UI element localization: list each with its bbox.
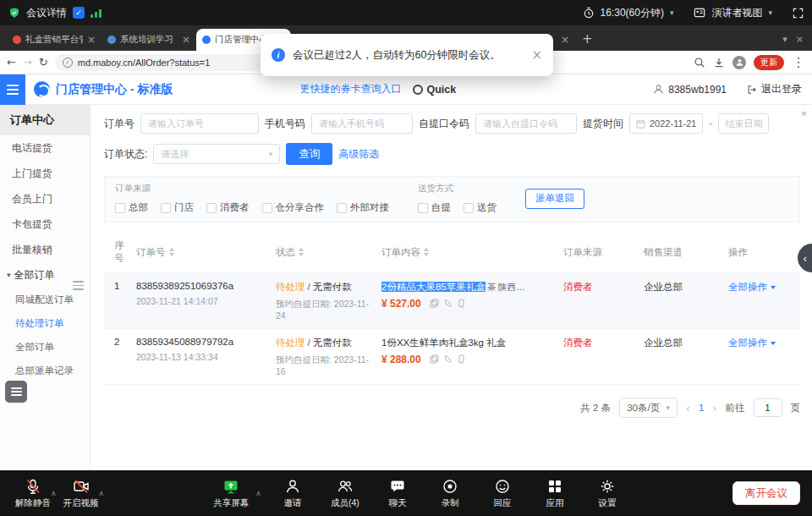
video-options-caret-icon[interactable]: ∧ bbox=[99, 489, 105, 497]
chat-button[interactable]: 聊天 bbox=[375, 478, 420, 509]
sidebar-item-member-visit[interactable]: 会员上门 bbox=[0, 186, 90, 211]
view-mode-caret-icon[interactable]: ▾ bbox=[768, 8, 772, 17]
start-video-button[interactable]: 开启视频 bbox=[58, 478, 104, 509]
phone-input[interactable] bbox=[311, 113, 413, 134]
logout-button[interactable]: 退出登录 bbox=[747, 82, 802, 96]
window-close-icon[interactable]: × bbox=[796, 34, 804, 45]
timer-caret-icon[interactable]: ▾ bbox=[670, 8, 674, 17]
back-icon[interactable]: ← bbox=[7, 56, 16, 69]
mobile-icon[interactable] bbox=[457, 299, 466, 308]
sidebar-sub-all-orders[interactable]: 全部订单 bbox=[0, 335, 90, 359]
quick-entry[interactable]: Quick bbox=[413, 84, 456, 96]
sidebar-item-card-pickup[interactable]: 卡包提货 bbox=[0, 211, 90, 237]
site-info-icon[interactable]: i bbox=[63, 58, 73, 68]
profile-avatar[interactable] bbox=[732, 56, 746, 69]
unmute-button[interactable]: 解除静音 bbox=[10, 478, 56, 509]
checkbox-icon[interactable] bbox=[161, 203, 171, 213]
tab-close-icon[interactable]: × bbox=[87, 34, 96, 46]
start-date-picker[interactable]: 2022-11-21 bbox=[629, 113, 703, 134]
col-content[interactable]: 订单内容 bbox=[381, 239, 563, 265]
members-button[interactable]: 成员(4) bbox=[322, 478, 368, 509]
checkbox-store[interactable]: 门店 bbox=[161, 201, 194, 214]
phone-icon[interactable] bbox=[443, 354, 453, 364]
checkbox-icon[interactable] bbox=[464, 203, 474, 213]
next-page-icon[interactable]: › bbox=[712, 402, 716, 414]
end-date-picker[interactable]: 结束日期 bbox=[718, 113, 769, 134]
all-actions-dropdown[interactable]: 全部操作 bbox=[728, 281, 800, 294]
meeting-details-label[interactable]: 会议详情 bbox=[26, 6, 67, 20]
sort-icon[interactable] bbox=[169, 248, 174, 256]
checkbox-consumer[interactable]: 消费者 bbox=[206, 201, 250, 214]
view-mode-label[interactable]: 演讲者视图 bbox=[711, 6, 762, 20]
sidebar-item-batch-verify[interactable]: 批量核销 bbox=[0, 237, 90, 262]
table-row[interactable]: 1 83859389251069376a 2023-11-21 14:14:07… bbox=[104, 273, 800, 329]
sidebar-item-door-pickup[interactable]: 上门提货 bbox=[0, 161, 90, 186]
goto-page-input[interactable] bbox=[754, 398, 782, 417]
sidebar-sub-dispatch-records[interactable]: 总部派单记录 bbox=[0, 359, 90, 382]
dispatch-return-button[interactable]: 派单退回 bbox=[525, 189, 584, 209]
reactions-button[interactable]: 回应 bbox=[480, 478, 525, 509]
checkbox-icon[interactable] bbox=[418, 203, 428, 213]
tab-close-icon[interactable]: × bbox=[561, 34, 569, 46]
copy-icon[interactable] bbox=[430, 354, 439, 364]
sort-icon[interactable] bbox=[299, 248, 304, 256]
mic-options-caret-icon[interactable]: ∧ bbox=[51, 489, 57, 497]
mobile-icon[interactable] bbox=[457, 354, 466, 364]
phone-icon[interactable] bbox=[443, 299, 453, 308]
table-row[interactable]: 2 83859345088979792a 2023-11-13 14:33:34… bbox=[104, 329, 800, 385]
checkbox-external[interactable]: 外部对接 bbox=[337, 201, 389, 214]
share-options-caret-icon[interactable]: ∧ bbox=[255, 489, 261, 497]
fullscreen-icon[interactable] bbox=[793, 8, 804, 19]
sort-icon[interactable] bbox=[424, 248, 429, 256]
expand-panel-icon[interactable]: » bbox=[801, 107, 807, 119]
goto-label: 前往 bbox=[726, 402, 745, 414]
reload-icon[interactable]: ↻ bbox=[39, 56, 48, 69]
download-icon[interactable] bbox=[713, 57, 725, 69]
col-status[interactable]: 状态 bbox=[276, 239, 381, 265]
app-hamburger-icon[interactable] bbox=[0, 74, 25, 105]
order-no-input[interactable] bbox=[140, 113, 259, 134]
checkbox-icon[interactable] bbox=[206, 203, 217, 213]
checkbox-self-pickup[interactable]: 自提 bbox=[418, 201, 451, 214]
pickup-code-input[interactable] bbox=[475, 113, 577, 134]
all-actions-dropdown[interactable]: 全部操作 bbox=[728, 337, 800, 349]
checkbox-icon[interactable] bbox=[262, 203, 272, 213]
record-button[interactable]: 录制 bbox=[427, 478, 473, 509]
checkbox-hq[interactable]: 总部 bbox=[115, 201, 148, 214]
copy-icon[interactable] bbox=[430, 299, 439, 308]
user-account[interactable]: 8385wb1991 bbox=[653, 84, 727, 96]
current-page[interactable]: 1 bbox=[699, 403, 704, 413]
floating-menu-icon[interactable] bbox=[73, 279, 86, 292]
col-order-no[interactable]: 订单号 bbox=[136, 239, 276, 265]
checkbox-delivery[interactable]: 送货 bbox=[464, 201, 497, 214]
search-icon[interactable] bbox=[694, 57, 705, 69]
sidebar-item-phone-pickup[interactable]: 电话提货 bbox=[0, 135, 90, 161]
checkbox-icon[interactable] bbox=[337, 203, 347, 213]
browser-tab[interactable]: 礼盒营销平台管理中心 × bbox=[7, 29, 102, 51]
settings-button[interactable]: 设置 bbox=[584, 478, 630, 509]
checkbox-icon[interactable] bbox=[115, 203, 125, 213]
apps-button[interactable]: 应用 bbox=[532, 478, 578, 509]
tab-close-icon[interactable]: × bbox=[182, 34, 190, 46]
chrome-update-button[interactable]: 更新 bbox=[754, 55, 784, 70]
coupon-query-link[interactable]: 更快捷的券卡查询入口 bbox=[299, 82, 401, 96]
share-screen-button[interactable]: 共享屏幕 bbox=[208, 478, 254, 509]
toast-close-icon[interactable]: × bbox=[531, 47, 542, 63]
order-status-select[interactable]: 请选择 ▾ bbox=[153, 144, 280, 164]
order-number: 83859345088979792a bbox=[136, 337, 269, 347]
page-size-select[interactable]: 30条/页 ▾ bbox=[619, 398, 678, 418]
browser-menu-kebab-icon[interactable]: ⋮ bbox=[792, 54, 805, 70]
prev-page-icon[interactable]: ‹ bbox=[686, 402, 690, 414]
leave-meeting-button[interactable]: 离开会议 bbox=[732, 481, 800, 505]
browser-tab[interactable]: 系统培训学习 × bbox=[102, 29, 196, 51]
invite-button[interactable]: 邀请 bbox=[270, 478, 315, 509]
new-tab-icon[interactable]: + bbox=[582, 31, 593, 47]
tab-search-caret-icon[interactable]: ▾ bbox=[782, 34, 787, 45]
advanced-filter-link[interactable]: 高级筛选 bbox=[338, 147, 379, 162]
forward-icon[interactable]: → bbox=[23, 56, 32, 69]
protection-badge-icon[interactable]: ✓ bbox=[73, 7, 85, 19]
checkbox-warehouse-coop[interactable]: 仓分享合作 bbox=[262, 201, 325, 214]
query-button[interactable]: 查询 bbox=[286, 143, 332, 165]
floating-list-widget[interactable] bbox=[5, 381, 27, 403]
sidebar-sub-pending-orders[interactable]: 待处理订单 bbox=[0, 311, 90, 335]
